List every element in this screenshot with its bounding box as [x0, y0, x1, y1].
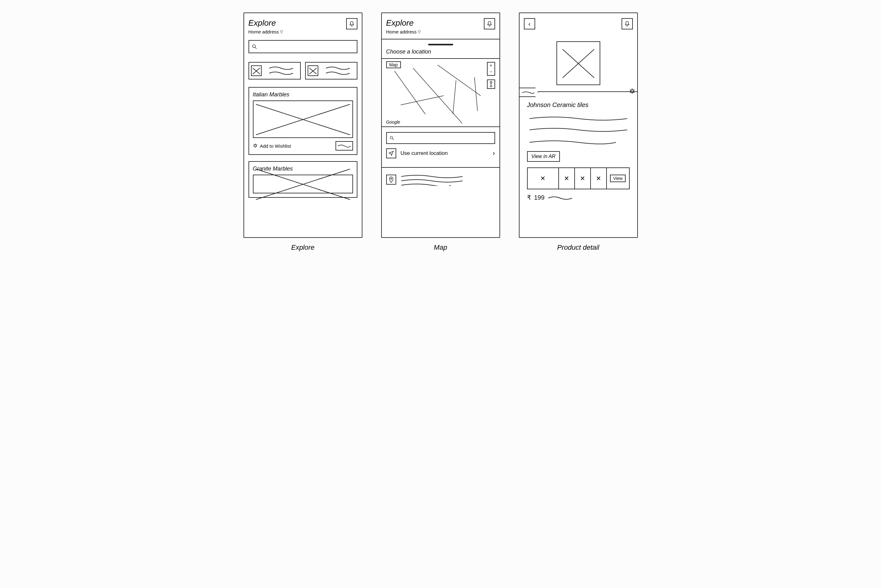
search-icon	[389, 135, 394, 141]
drag-handle[interactable]	[428, 44, 453, 45]
use-current-label: Use current location	[401, 150, 448, 156]
star-icon: ✡	[253, 142, 258, 149]
wireframe-canvas: Explore Home address ▽	[243, 12, 638, 252]
product-hero: ✡	[519, 29, 637, 92]
screen-caption: Product detail	[557, 243, 599, 252]
image-placeholder-icon: ✕	[580, 175, 585, 182]
card-title: Italian Marbles	[253, 92, 353, 98]
screen-map: Explore Home address ▽ Choose a location…	[381, 12, 500, 238]
bell-icon	[349, 21, 355, 27]
image-placeholder-icon	[251, 65, 262, 76]
card-image-placeholder	[253, 100, 353, 138]
bell-icon	[624, 21, 630, 27]
screen-caption: Explore	[291, 243, 315, 252]
category-chip[interactable]	[249, 62, 301, 80]
map-roads	[382, 59, 500, 126]
svg-line-1	[255, 47, 257, 49]
gallery-thumb[interactable]: ✕	[591, 168, 607, 189]
price-value: 199	[534, 194, 545, 201]
page-title: Explore	[386, 18, 421, 28]
gallery-thumb[interactable]: ✕	[575, 168, 591, 189]
search-icon	[252, 44, 257, 50]
notification-button[interactable]	[621, 18, 633, 29]
chevron-right-icon: ›	[492, 149, 495, 158]
bell-icon	[486, 21, 492, 27]
image-placeholder-icon: ✕	[540, 175, 545, 182]
notification-button[interactable]	[484, 18, 495, 29]
chevron-down-icon: ▽	[280, 30, 283, 34]
product-card[interactable]: Italian Marbles ✡ Add to Wishlist	[249, 87, 357, 155]
product-image-placeholder	[557, 41, 600, 85]
address-label: Home address	[249, 29, 279, 34]
image-placeholder-icon: ✕	[596, 175, 601, 182]
address-label: Home address	[386, 29, 417, 34]
search-field[interactable]	[259, 44, 354, 49]
price-tag	[336, 141, 353, 150]
search-input[interactable]	[249, 40, 357, 53]
address-dropdown[interactable]: Home address ▽	[249, 29, 283, 34]
map-attribution: Google	[386, 120, 400, 124]
screen-explore: Explore Home address ▽	[243, 12, 362, 238]
saved-location-item[interactable]	[386, 172, 495, 190]
sheet-title: Choose a location	[386, 48, 495, 55]
product-gallery: ✕ ✕ ✕ ✕ View	[527, 167, 630, 189]
pin-icon	[389, 177, 394, 183]
description-placeholder	[527, 114, 630, 148]
view-label: View	[610, 175, 626, 182]
screen-product-wrap: ‹ ✡ Johnson Ceramic tiles View in AR	[519, 12, 638, 252]
text-placeholder	[401, 173, 463, 186]
address-dropdown[interactable]: Home address ▽	[386, 29, 421, 34]
currency-symbol: ₹	[527, 194, 531, 201]
category-chip[interactable]	[305, 62, 357, 80]
view-in-ar-button[interactable]: View in AR	[527, 151, 560, 162]
location-search-field[interactable]	[396, 136, 492, 141]
screen-explore-wrap: Explore Home address ▽	[243, 12, 362, 252]
category-chips	[249, 62, 357, 80]
svg-point-5	[390, 178, 392, 179]
notification-button[interactable]	[346, 18, 357, 29]
text-placeholder	[264, 64, 298, 77]
price-row: ₹ 199	[527, 194, 630, 201]
page-title: Explore	[249, 18, 283, 28]
gallery-main-thumb[interactable]: ✕	[528, 168, 559, 189]
text-placeholder	[321, 64, 355, 77]
screen-product-detail: ‹ ✡ Johnson Ceramic tiles View in AR	[519, 12, 638, 238]
location-arrow-icon	[389, 150, 394, 156]
svg-line-4	[392, 139, 394, 140]
image-placeholder-icon: ✕	[564, 175, 569, 182]
text-placeholder	[548, 195, 573, 200]
use-current-location-button[interactable]: Use current location ›	[386, 144, 495, 163]
image-placeholder-icon	[308, 65, 318, 76]
add-to-wishlist-button[interactable]: ✡ Add to Wishlist	[253, 142, 291, 149]
swatch-tag[interactable]	[519, 88, 538, 97]
location-search-input[interactable]	[386, 132, 495, 144]
svg-point-0	[252, 45, 255, 48]
product-title: Johnson Ceramic tiles	[527, 101, 630, 109]
map-view[interactable]: Map + − Google	[382, 58, 500, 127]
back-button[interactable]: ‹	[524, 18, 535, 29]
compass-icon[interactable]: ✡	[629, 87, 635, 96]
gallery-view-all-button[interactable]: View	[607, 168, 629, 189]
wishlist-label: Add to Wishlist	[260, 143, 291, 148]
card-title: Granite Marbles	[253, 165, 353, 172]
gallery-thumb[interactable]: ✕	[559, 168, 575, 189]
screen-map-wrap: Explore Home address ▽ Choose a location…	[381, 12, 500, 252]
svg-point-3	[390, 136, 392, 139]
product-card[interactable]: Granite Marbles	[249, 161, 357, 198]
chevron-down-icon: ▽	[418, 30, 421, 34]
chevron-left-icon: ‹	[528, 20, 530, 27]
screen-caption: Map	[434, 243, 447, 252]
card-image-placeholder	[253, 175, 353, 194]
